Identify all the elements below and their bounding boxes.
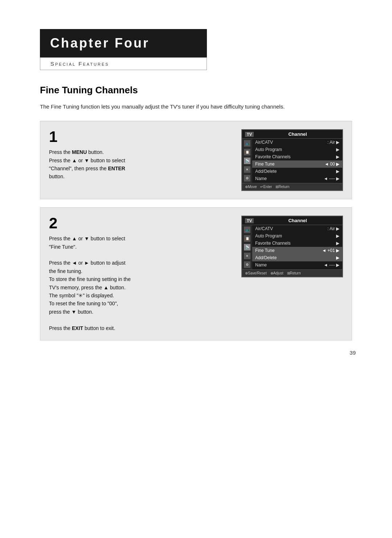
- tv-menu-1-header: TV Channel: [242, 130, 342, 139]
- tv-menu-2-footer: ⊕Save/Reset ⊕Adjust ⊞Return: [242, 269, 342, 277]
- tv-item-2-6: Name ◄ ---- ▶: [252, 261, 342, 269]
- tv-icons-2: 📺 📋 📡 ✕ ⚙: [242, 225, 252, 269]
- tv-item-1-1: Air/CATV : Air ▶: [252, 139, 342, 146]
- tv-item-2-1: Air/CATV : Air ▶: [252, 225, 342, 232]
- tv-menu-1-title: Channel: [256, 131, 339, 137]
- step-1-box: 1 Press the MENU button. Press the ▲ or …: [40, 121, 352, 199]
- tv-icon-3: 📡: [244, 158, 250, 164]
- subtitle-text: Special Features: [50, 61, 196, 67]
- step-2-left: 2 Press the ▲ or ▼ button to select "Fin…: [49, 216, 234, 332]
- tv-menu-2-title: Channel: [256, 218, 339, 223]
- tv-item-2-4: Fine Tune ◄ +01 ▶: [252, 247, 342, 254]
- tv-item-1-6: Name ◄ ---- ▶: [252, 175, 342, 182]
- page: Chapter Four Special Features Fine Tunin…: [0, 0, 392, 378]
- tv-icon-2-2: 📋: [244, 235, 250, 242]
- step-1-number: 1: [49, 129, 234, 144]
- tv-icon-1: 📺: [244, 140, 250, 147]
- tv-item-1-3: Favorite Channels ▶: [252, 153, 342, 160]
- tv-icon-2-5: ⚙: [244, 261, 250, 268]
- tv-item-1-5: Add/Delete ▶: [252, 168, 342, 175]
- step-2-text: Press the ▲ or ▼ button to select "Fine …: [49, 235, 234, 332]
- chapter-title: Chapter Four: [50, 36, 197, 51]
- tv-item-1-4: Fine Tune ◄ 00 ▶: [252, 160, 342, 168]
- tv-item-2-3: Favorite Channels ▶: [252, 240, 342, 247]
- tv-item-2-2: Auto Program ▶: [252, 232, 342, 240]
- page-number: 39: [350, 350, 356, 356]
- step-2-number: 2: [49, 216, 234, 231]
- tv-icon-2: 📋: [244, 149, 250, 155]
- tv-icon-4: ✕: [244, 166, 250, 173]
- chapter-header: Chapter Four: [40, 29, 207, 57]
- tv-icon-2-4: ✕: [244, 253, 250, 259]
- tv-icons-1: 📺 📋 📡 ✕ ⚙: [242, 139, 252, 183]
- tv-icon-2-3: 📡: [244, 244, 250, 250]
- tv-icon-5: ⚙: [244, 175, 250, 182]
- section-description: The Fine Tuning function lets you manual…: [40, 102, 338, 111]
- step-2-tv-menu: TV Channel 📺 📋 📡 ✕ ⚙ Air/CATV : Air ▶: [241, 216, 343, 277]
- chapter-header-block: Chapter Four Special Features: [40, 29, 356, 70]
- tv-menu-2-items: Air/CATV : Air ▶ Auto Program ▶ Favorite…: [252, 225, 342, 269]
- section-title: Fine Tuning Channels: [40, 85, 356, 96]
- subtitle-bar: Special Features: [40, 57, 207, 70]
- tv-menu-1-footer: ⊕Move ↵Enter ⊞Return: [242, 183, 342, 190]
- step-1-left: 1 Press the MENU button. Press the ▲ or …: [49, 129, 234, 181]
- tv-menu-2-body: 📺 📋 📡 ✕ ⚙ Air/CATV : Air ▶ Auto Program …: [242, 225, 342, 269]
- tv-item-1-2: Auto Program ▶: [252, 146, 342, 153]
- tv-menu-2-header: TV Channel: [242, 216, 342, 225]
- tv-item-2-5: Add/Delete ▶: [252, 254, 342, 261]
- tv-label-2: TV: [245, 218, 254, 223]
- step-1-tv-menu: TV Channel 📺 📋 📡 ✕ ⚙ Air/CATV : Air ▶: [241, 129, 343, 191]
- step-1-text: Press the MENU button. Press the ▲ or ▼ …: [49, 148, 234, 181]
- tv-label-1: TV: [245, 132, 254, 137]
- tv-icon-2-1: 📺: [244, 227, 250, 233]
- tv-menu-1-items: Air/CATV : Air ▶ Auto Program ▶ Favorite…: [252, 139, 342, 183]
- tv-menu-1-body: 📺 📋 📡 ✕ ⚙ Air/CATV : Air ▶ Auto Program …: [242, 139, 342, 183]
- step-2-box: 2 Press the ▲ or ▼ button to select "Fin…: [40, 207, 352, 341]
